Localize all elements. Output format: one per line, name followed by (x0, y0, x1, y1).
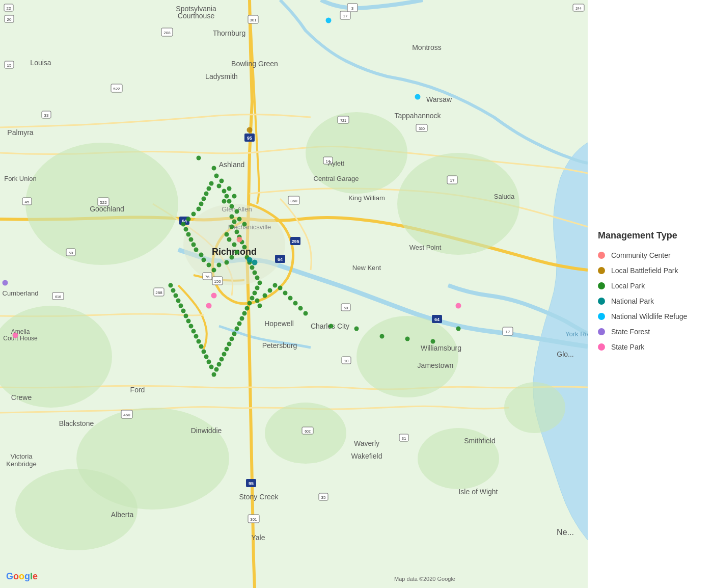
marker-community_center (237, 237, 242, 243)
marker-local_park (214, 367, 219, 372)
svg-text:10: 10 (344, 359, 349, 363)
marker-state_park (456, 303, 461, 309)
marker-local_park (263, 293, 267, 298)
marker-local_park (194, 334, 199, 339)
marker-local_park (207, 186, 211, 191)
legend-dot-state-park (598, 343, 605, 351)
marker-local_park (194, 248, 199, 252)
marker-local_park (253, 271, 257, 275)
svg-text:Wakefield: Wakefield (351, 452, 382, 460)
marker-local_park (207, 263, 211, 268)
marker-local_park (181, 309, 186, 313)
marker-state_park (206, 303, 212, 309)
svg-text:Dinwiddie: Dinwiddie (191, 426, 222, 435)
legend-item-national-park: National Park (598, 297, 703, 305)
marker-local_park (235, 250, 239, 255)
legend-label-community-center: Community Center (611, 251, 671, 259)
svg-text:Courthouse: Courthouse (178, 12, 215, 20)
svg-text:Glo...: Glo... (557, 350, 573, 358)
marker-local_park (209, 365, 214, 369)
map-area: 95 64 295 64 150 288 301 17 (0, 0, 588, 588)
svg-text:Ashland: Ashland (219, 161, 245, 169)
svg-text:17: 17 (343, 14, 348, 18)
marker-local_park (227, 186, 232, 191)
marker-local_park (222, 199, 227, 204)
svg-text:New Kent: New Kent (352, 264, 381, 272)
marker-local_park (181, 222, 186, 227)
legend-label-national-wildlife-refuge: National Wildlife Refuge (611, 312, 687, 320)
marker-local_park (242, 222, 247, 227)
svg-text:64: 64 (278, 257, 283, 262)
marker-local_park (431, 339, 435, 344)
marker-local_park (283, 291, 288, 296)
legend-item-community-center: Community Center (598, 251, 703, 259)
svg-text:95: 95 (247, 136, 252, 141)
marker-local_park (456, 327, 461, 331)
marker-local_park (248, 301, 252, 306)
marker-local_park (176, 299, 181, 303)
svg-text:Aylett: Aylett (328, 159, 345, 167)
legend-label-local-park: Local Park (611, 282, 645, 290)
marker-local_park (207, 360, 211, 364)
marker-local_park (242, 311, 247, 316)
marker-local_park (304, 311, 308, 316)
legend-dot-national-wildlife-refuge (598, 313, 605, 320)
svg-text:Ne...: Ne... (557, 528, 574, 537)
legend-dot-national-park (598, 298, 605, 305)
marker-local_park (268, 288, 272, 293)
marker-local_park (202, 258, 206, 262)
svg-text:244: 244 (575, 7, 582, 10)
svg-point-8 (15, 469, 138, 550)
svg-text:3: 3 (351, 6, 354, 11)
svg-text:31: 31 (402, 436, 406, 441)
svg-text:West Point: West Point (409, 244, 442, 251)
marker-local_battlefield_park (247, 127, 253, 133)
svg-text:Court House: Court House (3, 335, 38, 342)
svg-text:522: 522 (113, 87, 120, 91)
svg-text:288: 288 (155, 290, 162, 295)
marker-local_park (212, 372, 216, 377)
svg-text:Stony Creek: Stony Creek (239, 493, 279, 501)
marker-local_park (235, 230, 239, 234)
svg-text:Warsaw: Warsaw (426, 95, 452, 103)
marker-local_park (189, 237, 194, 242)
svg-point-5 (356, 316, 458, 397)
svg-text:20: 20 (7, 17, 12, 22)
marker-local_park (329, 324, 334, 329)
marker-local_park (197, 156, 201, 161)
svg-text:Ladysmith: Ladysmith (205, 72, 238, 81)
svg-text:602: 602 (305, 430, 311, 433)
marker-local_park (230, 215, 234, 219)
marker-local_park (298, 306, 303, 311)
svg-text:Thornburg: Thornburg (213, 29, 246, 37)
marker-local_park (230, 255, 234, 260)
legend-item-national-wildlife-refuge: National Wildlife Refuge (598, 312, 703, 320)
google-logo: Google (6, 571, 38, 582)
svg-text:60: 60 (69, 251, 73, 255)
svg-text:York River: York River (565, 330, 588, 338)
marker-local_park (225, 232, 229, 237)
marker-local_park (230, 204, 234, 209)
marker-local_park (240, 316, 244, 321)
marker-national_wildlife_refuge (326, 18, 332, 23)
svg-text:Crewe: Crewe (11, 393, 32, 402)
svg-text:Saluda: Saluda (494, 193, 515, 200)
marker-state_park (13, 333, 18, 338)
svg-point-4 (397, 153, 519, 255)
svg-text:Hopewell: Hopewell (264, 319, 294, 328)
svg-text:360: 360 (419, 127, 425, 130)
legend-dot-community-center (598, 252, 605, 259)
legend-dot-state-forest (598, 328, 605, 335)
svg-text:Central Garage: Central Garage (314, 175, 359, 182)
svg-text:295: 295 (291, 239, 299, 244)
marker-local_park (191, 212, 196, 217)
svg-text:208: 208 (163, 31, 171, 35)
svg-text:Tappahannock: Tappahannock (394, 112, 441, 120)
svg-text:33: 33 (44, 113, 49, 118)
marker-local_park (186, 232, 191, 237)
svg-text:Williamsburg: Williamsburg (421, 344, 461, 352)
marker-local_park (250, 265, 255, 270)
marker-local_park (354, 327, 359, 331)
marker-local_park (288, 296, 293, 301)
legend-label-state-forest: State Forest (611, 328, 650, 336)
